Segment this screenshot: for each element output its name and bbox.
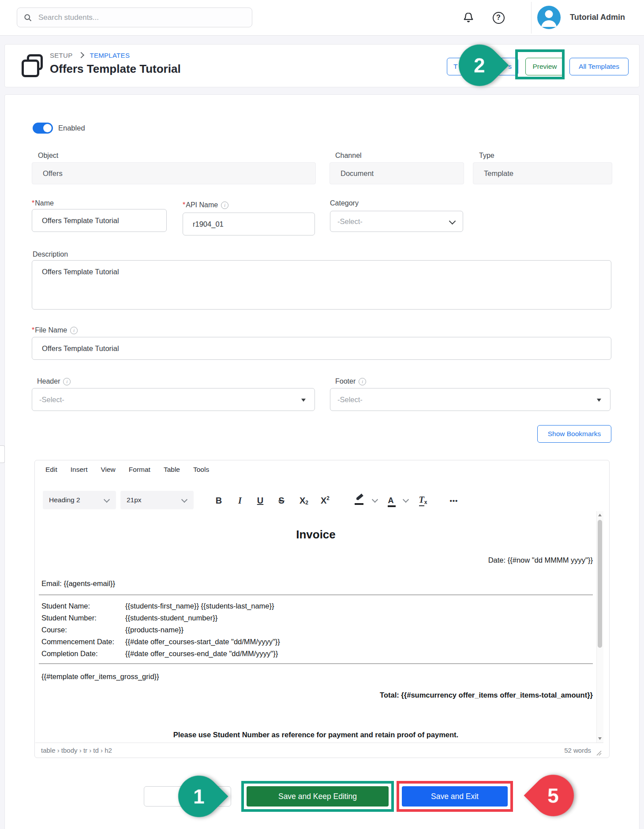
annotation-highlight-preview [515, 49, 565, 79]
commencement-date-label: Commencement Date: [41, 638, 114, 646]
scroll-up-icon[interactable] [598, 514, 602, 516]
description-value: Offers Template Tutorial [42, 268, 119, 276]
font-size-select[interactable]: 21px [120, 491, 194, 509]
editor-menubar: Edit Insert View Format Table Tools [35, 460, 609, 479]
chevron-down-icon [372, 497, 378, 503]
help-icon: ? [493, 12, 505, 24]
footer-select[interactable]: -Select- [330, 388, 610, 411]
type-field: Template [473, 162, 612, 184]
description-textarea[interactable]: Offers Template Tutorial [32, 260, 611, 310]
underline-button[interactable]: U [254, 494, 267, 507]
channel-label: Channel [335, 152, 362, 160]
text-color-button[interactable]: A [384, 494, 397, 507]
highlight-color-button[interactable] [353, 494, 367, 507]
block-format-select[interactable]: Heading 2 [43, 491, 116, 509]
invoice-heading: Invoice [35, 528, 596, 541]
more-toolbar-button[interactable]: ••• [445, 494, 463, 507]
template-grid-line: {{#template offer_items_gross_grid}} [41, 672, 159, 681]
font-size-value: 21px [127, 496, 142, 504]
top-bar: ? Tutorial Admin [0, 0, 644, 36]
editor-statusbar: table › tbody › tr › td › h2 52 words [35, 743, 603, 758]
search-icon [23, 13, 32, 22]
name-label: *Name [32, 199, 54, 207]
element-path[interactable]: table › tbody › tr › td › h2 [41, 747, 112, 754]
partial-label-right: s [508, 63, 512, 71]
breadcrumb-setup: SETUP [50, 52, 73, 59]
footer-placeholder: -Select- [337, 396, 363, 404]
breadcrumb-templates[interactable]: TEMPLATES [90, 52, 130, 59]
required-asterisk: * [32, 199, 34, 207]
notifications-button[interactable] [461, 11, 476, 25]
menu-edit[interactable]: Edit [45, 466, 57, 474]
strikethrough-button[interactable]: S [275, 494, 288, 507]
chevron-right-icon [78, 52, 84, 58]
highlight-color-menu[interactable] [371, 494, 379, 507]
scrollbar-thumb[interactable] [598, 520, 602, 648]
category-select[interactable]: -Select- [330, 211, 463, 232]
file-name-input[interactable] [32, 337, 611, 360]
topbar-divider [531, 2, 532, 34]
show-bookmarks-label: Show Bookmarks [548, 430, 601, 438]
student-number-label: Student Number: [41, 614, 97, 622]
breadcrumb: SETUP TEMPLATES [50, 52, 130, 60]
italic-button[interactable]: I [233, 494, 247, 507]
clear-formatting-button[interactable]: Tx [415, 494, 431, 507]
text-color-icon: A [388, 496, 394, 505]
text-color-menu[interactable] [402, 494, 410, 507]
info-icon: i [221, 202, 228, 209]
category-label: Category [330, 199, 359, 207]
superscript-button[interactable]: X2 [317, 494, 333, 507]
editor-content[interactable]: Invoice Date: {{#now "dd MMMM yyyy"}} Em… [35, 511, 603, 743]
resize-grip-icon[interactable] [596, 751, 602, 756]
scroll-down-icon[interactable] [598, 737, 602, 740]
info-icon: i [359, 378, 366, 385]
chevron-down-icon [449, 218, 456, 225]
editor-scrollbar[interactable] [596, 511, 603, 743]
student-name-value: {{students-first_name}} {{students-last_… [125, 602, 274, 610]
all-templates-button[interactable]: All Templates [569, 58, 629, 75]
enabled-label: Enabled [58, 124, 85, 132]
toggle-knob [43, 124, 52, 132]
description-label: Description [33, 250, 68, 258]
templates-icon [22, 54, 44, 77]
user-name: Tutorial Admin [570, 13, 625, 22]
help-button[interactable]: ? [491, 11, 505, 25]
required-asterisk: * [183, 201, 185, 209]
show-bookmarks-button[interactable]: Show Bookmarks [537, 425, 611, 443]
object-label: Object [38, 152, 58, 160]
object-value: Offers [43, 169, 63, 178]
completion-date-label: Completion Date: [41, 650, 97, 658]
header-select[interactable]: -Select- [32, 388, 315, 411]
highlighter-icon [355, 495, 365, 506]
menu-format[interactable]: Format [129, 466, 150, 474]
footer-select-label: Footeri [335, 377, 366, 385]
page-title: Offers Template Tutorial [50, 62, 181, 76]
student-number-value: {{students-student_number}} [125, 614, 217, 622]
menu-view[interactable]: View [101, 466, 115, 474]
menu-tools[interactable]: Tools [193, 466, 209, 474]
name-input[interactable] [32, 209, 167, 232]
menu-insert[interactable]: Insert [71, 466, 88, 474]
enabled-toggle[interactable] [33, 123, 53, 134]
file-name-label: *File Namei [32, 326, 78, 334]
annotation-highlight-save-exit [397, 781, 513, 812]
type-label: Type [479, 152, 494, 160]
subscript-button[interactable]: X2 [296, 494, 312, 507]
student-name-label: Student Name: [41, 602, 90, 610]
api-name-input[interactable] [183, 213, 315, 235]
course-label: Course: [41, 626, 67, 634]
course-value: {{products-name}} [125, 626, 183, 634]
avatar[interactable] [537, 6, 561, 29]
menu-table[interactable]: Table [164, 466, 180, 474]
bold-button[interactable]: B [212, 494, 225, 507]
user-icon [537, 6, 561, 29]
channel-value: Document [341, 169, 374, 178]
search-input[interactable] [37, 13, 242, 22]
all-templates-label: All Templates [579, 63, 619, 71]
edge-tab[interactable] [0, 445, 5, 463]
annotation-step-1-number: 1 [193, 784, 205, 808]
partial-label-left: T [453, 63, 457, 71]
student-search[interactable] [17, 7, 252, 27]
channel-field: Document [329, 162, 464, 184]
date-line: Date: {{#now "dd MMMM yyyy"}} [488, 556, 593, 564]
